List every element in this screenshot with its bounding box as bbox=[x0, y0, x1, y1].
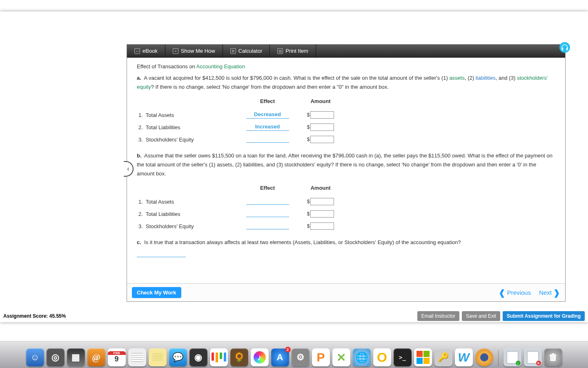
row-b-3: 3. Stockholders' Equity $ bbox=[137, 220, 555, 232]
word-icon[interactable]: W bbox=[455, 348, 473, 366]
effect-select-a2[interactable]: Increased bbox=[246, 123, 289, 131]
effect-select-b2[interactable] bbox=[246, 210, 289, 217]
effect-select-b1[interactable] bbox=[246, 197, 289, 205]
windows-icon[interactable] bbox=[414, 348, 432, 366]
spreadsheet-icon[interactable]: × bbox=[524, 348, 542, 366]
calculator-button[interactable]: ⊞ Calculator bbox=[223, 45, 270, 57]
photo-booth-icon[interactable] bbox=[210, 348, 228, 366]
help-icon[interactable] bbox=[559, 42, 570, 53]
notes-icon[interactable] bbox=[149, 348, 167, 366]
part-c-text: c. Is it true that a transaction always … bbox=[137, 238, 555, 247]
email-instructor-button[interactable]: Email Instructor bbox=[417, 311, 459, 321]
macos-dock: ☺ ◎ ▦ @ FEB 9 💬 ◉ 🌻 ♪ A2 ⚙ P ✕ 🌐 O >_ 🔑 … bbox=[0, 341, 588, 368]
globe-icon[interactable]: 🌐 bbox=[353, 348, 371, 366]
effect-select-a3[interactable] bbox=[246, 135, 289, 143]
row-b-1: 1. Total Assets $ bbox=[137, 195, 555, 208]
question-toolbar: ▭ eBook ≡ Show Me How ⊞ Calculator ▤ Pri… bbox=[127, 45, 565, 58]
launchpad-icon[interactable]: ◎ bbox=[47, 348, 65, 366]
previous-button[interactable]: ❰ Previous bbox=[499, 289, 531, 296]
amount-input-b1[interactable] bbox=[310, 198, 334, 205]
app-x-icon[interactable]: ✕ bbox=[332, 348, 350, 366]
system-preferences-icon[interactable]: ⚙ bbox=[292, 348, 310, 366]
part-b-grid: Effect Amount 1. Total Assets $ 2. Total… bbox=[137, 182, 555, 232]
calculator-label: Calculator bbox=[238, 48, 263, 54]
next-button[interactable]: Next ❱ bbox=[539, 289, 560, 296]
row-b-2: 2. Total Liabilities $ bbox=[137, 208, 555, 220]
amount-input-b2[interactable] bbox=[310, 210, 334, 218]
reminders-icon[interactable] bbox=[128, 348, 146, 366]
amount-input-a3[interactable] bbox=[310, 136, 334, 143]
chevron-left-icon: ‹ bbox=[127, 165, 129, 173]
keychain-icon[interactable]: 🔑 bbox=[434, 348, 452, 366]
messages-icon[interactable]: 💬 bbox=[169, 348, 187, 366]
trash-icon[interactable]: 🗑 bbox=[544, 348, 562, 366]
row-a-3: 3. Stockholders' Equity $ bbox=[137, 133, 555, 146]
calendar-icon[interactable]: FEB 9 bbox=[108, 348, 126, 366]
itunes-icon[interactable]: ♪ bbox=[251, 348, 269, 366]
book-icon: ▭ bbox=[134, 48, 140, 54]
list-icon: ≡ bbox=[173, 48, 178, 54]
amount-input-a1[interactable] bbox=[310, 111, 334, 119]
effect-select-b3[interactable] bbox=[246, 222, 289, 229]
calculator-icon: ⊞ bbox=[230, 48, 236, 54]
amount-input-b3[interactable] bbox=[310, 222, 334, 230]
question-title: Effect of Transactions on Accounting Equ… bbox=[137, 63, 555, 70]
app-o-icon[interactable]: O bbox=[373, 348, 391, 366]
app-store-icon[interactable]: A2 bbox=[271, 348, 289, 366]
app-p-icon[interactable]: P bbox=[312, 348, 330, 366]
assets-link[interactable]: assets bbox=[449, 75, 465, 81]
question-content: Effect of Transactions on Accounting Equ… bbox=[127, 58, 565, 285]
dock-separator bbox=[498, 350, 499, 366]
firefox-icon[interactable] bbox=[475, 348, 493, 366]
answer-select-c[interactable] bbox=[137, 250, 186, 257]
document-icon[interactable]: ↓ bbox=[503, 348, 521, 366]
liabilities-link[interactable]: liabilities bbox=[476, 75, 496, 81]
part-a-text: a. A vacant lot acquired for $412,500 is… bbox=[137, 74, 555, 92]
print-item-button[interactable]: ▤ Print Item bbox=[270, 45, 316, 57]
part-b-text: b. Assume that the seller owes $115,500 … bbox=[137, 151, 555, 178]
part-a-grid: Effect Amount 1. Total Assets Decreased … bbox=[137, 95, 555, 146]
save-and-exit-button[interactable]: Save and Exit bbox=[462, 311, 500, 321]
show-me-how-button[interactable]: ≡ Show Me How bbox=[165, 45, 223, 57]
mission-control-icon[interactable]: ▦ bbox=[67, 348, 85, 366]
ebook-label: eBook bbox=[143, 48, 158, 54]
amount-input-a2[interactable] bbox=[310, 123, 334, 131]
assignment-score: Assignment Score: 45.55% bbox=[3, 313, 66, 319]
check-my-work-button[interactable]: Check My Work bbox=[132, 287, 181, 298]
amount-header: Amount bbox=[296, 98, 345, 104]
terminal-icon[interactable]: >_ bbox=[394, 348, 412, 366]
camera-icon[interactable]: ◉ bbox=[189, 348, 207, 366]
row-a-2: 2. Total Liabilities Increased $ bbox=[137, 121, 555, 133]
page-footer: Assignment Score: 45.55% Email Instructo… bbox=[0, 310, 588, 322]
submit-assignment-button[interactable]: Submit Assignment for Grading bbox=[503, 311, 585, 321]
finder-icon[interactable]: ☺ bbox=[26, 348, 44, 366]
show-me-how-label: Show Me How bbox=[181, 48, 215, 54]
photos-icon[interactable]: 🌻 bbox=[230, 348, 248, 366]
effect-header: Effect bbox=[239, 98, 296, 104]
ebook-button[interactable]: ▭ eBook bbox=[127, 45, 165, 57]
print-icon: ▤ bbox=[277, 48, 283, 54]
accounting-equation-link[interactable]: Accounting Equation bbox=[196, 63, 245, 70]
mail-icon[interactable]: @ bbox=[87, 348, 105, 366]
row-a-1: 1. Total Assets Decreased $ bbox=[137, 109, 555, 121]
question-footer: Check My Work ❰ Previous Next ❱ bbox=[127, 283, 565, 301]
effect-select-a1[interactable]: Decreased bbox=[246, 111, 289, 119]
print-item-label: Print Item bbox=[285, 48, 308, 54]
question-panel: ▭ eBook ≡ Show Me How ⊞ Calculator ▤ Pri… bbox=[127, 44, 566, 302]
